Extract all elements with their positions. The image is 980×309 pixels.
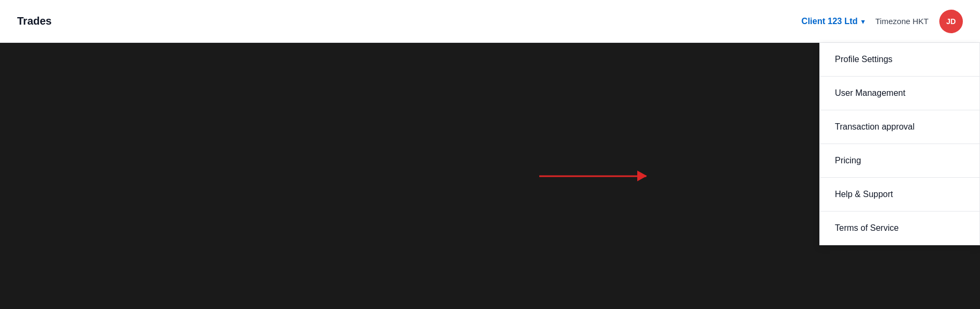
client-selector[interactable]: Client 123 Ltd ▾ (802, 17, 865, 26)
avatar[interactable]: JD (939, 10, 963, 33)
dropdown-item-pricing[interactable]: Pricing (820, 144, 979, 178)
page-title: Trades (17, 15, 51, 27)
dropdown-item-transaction-approval[interactable]: Transaction approval (820, 110, 979, 144)
dropdown-item-user-management[interactable]: User Management (820, 77, 979, 110)
dropdown-item-profile-settings[interactable]: Profile Settings (820, 43, 979, 77)
timezone-label: Timezone HKT (876, 17, 929, 26)
client-name: Client 123 Ltd (802, 17, 858, 26)
arrow-annotation (539, 175, 646, 177)
dropdown-item-terms-of-service[interactable]: Terms of Service (820, 212, 979, 245)
app-header: Trades Client 123 Ltd ▾ Timezone HKT JD (0, 0, 980, 43)
arrow-line (539, 175, 646, 177)
header-right: Client 123 Ltd ▾ Timezone HKT JD (802, 10, 963, 33)
dropdown-item-help-support[interactable]: Help & Support (820, 178, 979, 212)
header-left: Trades (17, 15, 51, 27)
chevron-down-icon: ▾ (861, 17, 865, 26)
user-dropdown-menu: Profile SettingsUser ManagementTransacti… (819, 43, 980, 245)
